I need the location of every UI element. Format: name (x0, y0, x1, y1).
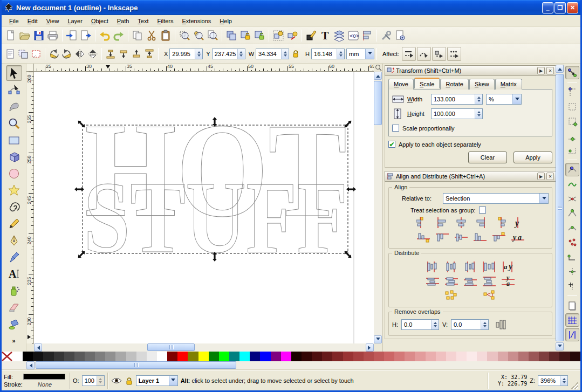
scroll-down-icon[interactable] (374, 335, 382, 343)
color-swatch[interactable] (332, 352, 343, 361)
color-swatch[interactable] (529, 352, 539, 361)
xml-editor-button[interactable]: <o> (346, 29, 360, 43)
tab-skew[interactable]: Skew (469, 79, 495, 90)
dialog-menu-icon[interactable]: ▶ (537, 67, 545, 74)
new-button[interactable] (4, 29, 18, 43)
fill-swatch[interactable] (23, 374, 65, 380)
outline-text-line2[interactable]: STUFF (84, 161, 348, 274)
snap-cusp-nodes-button[interactable] (565, 207, 579, 220)
document-properties-button[interactable] (393, 29, 407, 43)
affect-stroke-button[interactable] (402, 47, 416, 61)
lock-ratio-icon[interactable] (289, 47, 302, 60)
color-swatch[interactable] (518, 352, 529, 361)
color-swatch[interactable] (559, 352, 570, 361)
color-swatch[interactable] (239, 352, 250, 361)
color-swatch[interactable] (405, 352, 415, 361)
zoom-tool[interactable] (6, 115, 22, 131)
dialog-close-icon[interactable]: ✕ (546, 67, 554, 74)
pencil-tool[interactable] (6, 216, 22, 231)
close-button[interactable]: ✕ (567, 2, 578, 13)
overlap-h-input[interactable]: 0.0 (401, 319, 439, 330)
color-swatch[interactable] (85, 352, 95, 361)
clone-button[interactable] (238, 29, 252, 43)
snap-path-intersections-button[interactable] (565, 192, 579, 205)
color-swatch[interactable] (177, 352, 188, 361)
selector-tool[interactable] (6, 65, 22, 81)
pen-tool[interactable] (6, 232, 22, 248)
tab-move[interactable]: Move (388, 79, 414, 90)
rotate-cw-button[interactable] (60, 47, 73, 60)
distribute-text-baselines-button[interactable]: ya (499, 274, 517, 288)
color-swatch[interactable] (570, 352, 580, 361)
align-bottom-edges-button[interactable] (471, 230, 489, 244)
color-swatch[interactable] (54, 352, 64, 361)
canvas[interactable]: HOT STUFF (34, 72, 374, 343)
snap-object-centers-button[interactable] (565, 265, 579, 278)
color-swatch[interactable] (209, 352, 219, 361)
relative-to-select[interactable]: Selection (443, 193, 549, 204)
restore-button[interactable]: ❐ (554, 2, 566, 13)
menu-object[interactable]: Object (87, 16, 113, 26)
copy-button[interactable] (131, 29, 145, 43)
scroll-down-icon[interactable] (556, 342, 564, 350)
distribute-bottom-edges-button[interactable] (462, 274, 479, 288)
color-swatch[interactable] (281, 352, 291, 361)
menu-file[interactable]: File (5, 16, 23, 26)
color-swatch[interactable] (105, 352, 115, 361)
text-tool[interactable]: A (6, 266, 22, 281)
distribute-centers-horizontally-button[interactable] (443, 260, 460, 273)
snap-grid-button[interactable] (565, 313, 579, 327)
layer-select[interactable]: Layer 1 (136, 375, 178, 386)
overlap-v-input[interactable]: 0.0 (451, 319, 489, 330)
color-swatch[interactable] (456, 352, 467, 361)
minimize-button[interactable]: _ (542, 2, 553, 13)
color-swatch[interactable] (136, 352, 147, 361)
apply-button[interactable]: Apply (513, 152, 552, 163)
paint-bucket-tool[interactable] (6, 316, 22, 332)
canvas-vscrollbar[interactable] (374, 72, 382, 343)
scroll-left-icon[interactable] (34, 343, 42, 352)
group-button[interactable] (271, 29, 285, 43)
rectangle-tool[interactable] (6, 132, 22, 148)
align-center-horizontal-axis-button[interactable] (453, 230, 470, 244)
tab-matrix[interactable]: Matrix (495, 79, 522, 90)
color-swatch[interactable] (343, 352, 353, 361)
select-all-layers-button[interactable] (17, 47, 30, 60)
node-editor-tool[interactable] (6, 82, 22, 98)
redo-button[interactable] (112, 29, 126, 43)
spiral-tool[interactable] (6, 199, 22, 215)
unlink-clone-button[interactable] (252, 29, 266, 43)
align-top-to-anchor-bottom-button[interactable] (490, 230, 508, 244)
menu-view[interactable]: View (42, 16, 64, 26)
color-swatch[interactable] (115, 352, 126, 361)
apply-each-checkbox[interactable]: ✔ (388, 141, 395, 148)
color-swatch[interactable] (260, 352, 270, 361)
color-swatch[interactable] (43, 352, 53, 361)
save-button[interactable] (32, 29, 46, 43)
menu-path[interactable]: Path (113, 16, 134, 26)
resize-grip[interactable] (571, 382, 578, 389)
color-swatch[interactable] (312, 352, 322, 361)
align-right-to-anchor-left-button[interactable] (415, 216, 432, 229)
overflow-tool[interactable]: » (6, 333, 22, 348)
clear-button[interactable]: Clear (468, 152, 507, 163)
snap-bbox-centers-button[interactable] (565, 143, 579, 157)
distribute-text-anchors-button[interactable]: ay (499, 260, 517, 273)
ellipse-tool[interactable] (6, 166, 22, 181)
distribute-centers-vertically-button[interactable] (443, 274, 460, 288)
menu-extensions[interactable]: Extensions (178, 16, 216, 26)
color-swatch[interactable] (539, 352, 549, 361)
align-text-anchor-vertical-button[interactable]: y (509, 216, 526, 229)
color-swatch[interactable] (74, 352, 85, 361)
zoom-corner-icon[interactable] (374, 64, 382, 72)
h-input[interactable]: 16.148 (311, 49, 345, 59)
horizontal-ruler[interactable]: 253035404550556065 (34, 64, 374, 72)
box-3d-tool[interactable] (6, 149, 22, 164)
scroll-left-icon[interactable] (26, 361, 35, 369)
color-swatch[interactable] (147, 352, 157, 361)
dock-scrollbar[interactable] (556, 65, 564, 350)
print-button[interactable] (46, 29, 60, 43)
flip-vertical-button[interactable] (86, 47, 99, 60)
paste-button[interactable] (159, 29, 173, 43)
color-swatch[interactable] (384, 352, 394, 361)
